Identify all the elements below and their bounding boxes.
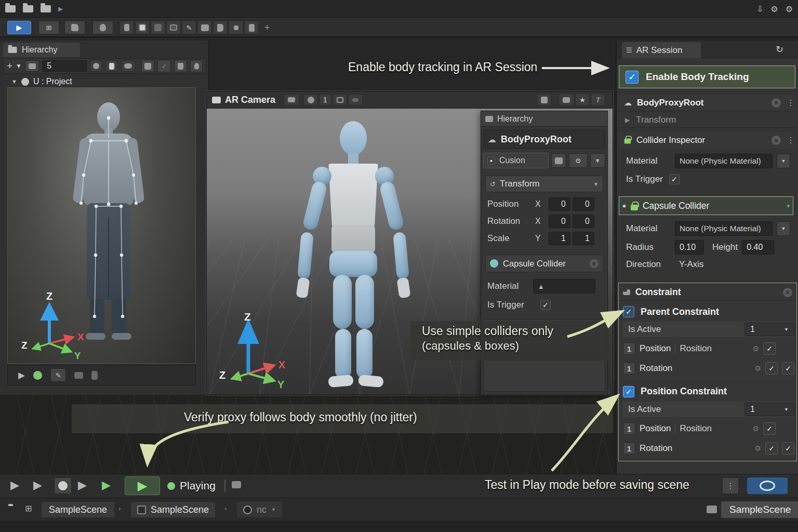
body-proxy-root-row[interactable]: ☁ BodyProxyRoot (483, 130, 605, 149)
is-active-dropdown[interactable]: 1 ▼ (744, 403, 794, 416)
value-field[interactable]: 0 (573, 197, 594, 211)
is-active-dropdown[interactable]: 1 ▼ (744, 323, 794, 336)
position-constraint-row[interactable]: ✓ Position Constraint (623, 382, 794, 397)
pose-button[interactable] (141, 60, 154, 72)
add-object-button[interactable]: + (7, 60, 12, 72)
folder-icon[interactable] (23, 5, 33, 12)
axis-checkbox[interactable]: ✓ (765, 362, 778, 375)
folder-icon[interactable] (41, 5, 51, 12)
value-field[interactable]: 0 (573, 215, 594, 228)
breadcrumb-scene[interactable]: SampleScene (42, 502, 114, 517)
transform-collapsed-row[interactable]: ▶ Transform (619, 112, 795, 128)
gear-icon[interactable]: ⚙ (770, 4, 778, 14)
is-trigger-checkbox[interactable]: ✓ (669, 174, 680, 184)
material-dropdown[interactable]: None (Physic Material) (675, 221, 773, 236)
parent-constraint-checkbox[interactable]: ✓ (623, 306, 634, 317)
value-field[interactable]: 1 (573, 232, 594, 245)
value-field[interactable]: 0 (549, 197, 570, 211)
refresh-icon[interactable]: ↻ (776, 44, 783, 55)
grid-tool-button[interactable]: ⊞ (38, 21, 59, 34)
square-tool-button[interactable] (151, 21, 165, 34)
ar-session-tab[interactable]: ☰ AR Session (622, 42, 701, 58)
play-small-icon[interactable]: ▶ (58, 5, 63, 12)
axis-checkbox[interactable]: ✓ (765, 442, 778, 455)
text-tool-button[interactable]: T (591, 94, 605, 106)
body-proxy-root-component[interactable]: ☁ BodyProxyRoot × ⋮ (619, 95, 795, 111)
enable-body-tracking-row[interactable]: ✓ Enable Body Tracking (619, 65, 795, 88)
body-preview-viewport[interactable]: Z X Y Z (7, 87, 196, 364)
clipboard-button[interactable] (537, 94, 551, 106)
capsule-collider-header[interactable]: ◆ Capsule Collider ▾ (619, 196, 793, 215)
enable-body-tracking-checkbox[interactable]: ✓ (626, 71, 639, 84)
add-tool-button[interactable]: + (260, 21, 274, 34)
axis-checkbox[interactable]: ✓ (763, 342, 776, 355)
prefab-tool-button[interactable] (135, 21, 150, 34)
record-dot-icon[interactable] (33, 371, 42, 380)
mini-hierarchy-header[interactable]: Hierarchy (481, 111, 607, 127)
play-icon[interactable]: ▶ (18, 370, 25, 381)
constraint-header[interactable]: Constraint × (619, 284, 796, 301)
breadcrumb-nc[interactable]: nc ▼ (237, 502, 282, 517)
grid-icon[interactable]: ⊞ (25, 503, 32, 513)
play-active-button[interactable]: ▶ (102, 478, 111, 492)
gear-icon[interactable]: ⚙ (752, 344, 759, 353)
hourglass-tool-button[interactable] (244, 21, 259, 34)
sphere-mode-button[interactable] (54, 477, 72, 494)
download-icon[interactable]: ⇩ (756, 4, 763, 14)
gear-icon[interactable]: ⚙ (752, 424, 759, 433)
pen-tool-button[interactable]: ✎ (182, 21, 196, 34)
favorite-button[interactable]: ★ (575, 94, 590, 106)
axis-checkbox[interactable]: ✓ (782, 442, 794, 455)
scene-view-button[interactable] (25, 60, 39, 72)
value-field[interactable]: 0 (549, 215, 570, 228)
pin-button[interactable] (190, 60, 203, 72)
gear-icon[interactable]: ⚙ (786, 4, 793, 14)
kebab-menu-icon[interactable]: ⋮ (786, 98, 795, 108)
step-button[interactable]: ▶ (78, 478, 87, 492)
archive-icon[interactable] (5, 5, 16, 12)
settings-button[interactable]: ⚙ (569, 153, 587, 168)
material-dropdown[interactable]: None (Physic Material) (675, 154, 773, 168)
capsule-collider-header[interactable]: Capsule Collider × (485, 255, 603, 272)
chevron-down-icon[interactable]: ▼ (593, 181, 598, 187)
play-button[interactable]: ▶ (10, 478, 19, 492)
foldout-diamond-icon[interactable]: ◆ (622, 203, 626, 208)
edit-pose-button[interactable]: ✎ (50, 368, 66, 382)
value-field[interactable]: 1 (549, 232, 570, 245)
pill-button[interactable] (348, 94, 363, 105)
dropdown-button[interactable]: ▼ (590, 153, 605, 168)
playing-button[interactable]: ▶ (125, 476, 160, 495)
frame-tool-button[interactable] (166, 21, 181, 34)
record-mode-button[interactable] (747, 477, 788, 494)
unity-logo-button[interactable] (303, 94, 318, 105)
foldout-arrow-icon[interactable]: ▼ (11, 78, 17, 85)
material-field[interactable]: ▲ (533, 279, 595, 294)
transform-header[interactable]: ↺ Transform ▼ (485, 176, 603, 192)
project-root-row[interactable]: ▼ U : Project (3, 75, 206, 88)
book-tool-button[interactable] (213, 21, 228, 34)
kebab-menu-icon[interactable]: ⋮ (786, 136, 795, 145)
chevron-down-icon[interactable]: ▼ (271, 507, 276, 512)
foldout-right-icon[interactable]: ▶ (625, 116, 630, 124)
page-button[interactable] (105, 60, 118, 72)
close-icon[interactable]: × (783, 288, 792, 297)
remove-component-icon[interactable]: × (772, 98, 781, 108)
layer-count-button[interactable]: 1 (319, 94, 331, 105)
camera-icon[interactable] (74, 372, 83, 379)
play-button[interactable]: ▶ (33, 478, 42, 492)
flag-tool-button[interactable] (64, 21, 85, 34)
trash-button[interactable] (174, 60, 187, 72)
is-trigger-checkbox[interactable]: ✓ (540, 300, 551, 310)
phone-icon[interactable] (91, 371, 98, 380)
kebab-menu-button[interactable]: ⋮ (722, 477, 739, 494)
gear-icon[interactable]: ⚙ (754, 444, 761, 453)
people-tool-button[interactable] (119, 21, 134, 34)
layers-button[interactable] (551, 153, 566, 168)
play-tool-button[interactable]: ▶ (7, 21, 31, 34)
layers-button[interactable] (332, 94, 347, 105)
direction-value[interactable]: Y-Axis (679, 259, 704, 270)
cusion-button[interactable]: ▪ Cusion (483, 153, 549, 168)
remove-component-icon[interactable]: × (772, 136, 781, 145)
dropdown-arrow-icon[interactable]: ▼ (16, 62, 22, 70)
radius-field[interactable]: 0.10 (675, 240, 704, 255)
